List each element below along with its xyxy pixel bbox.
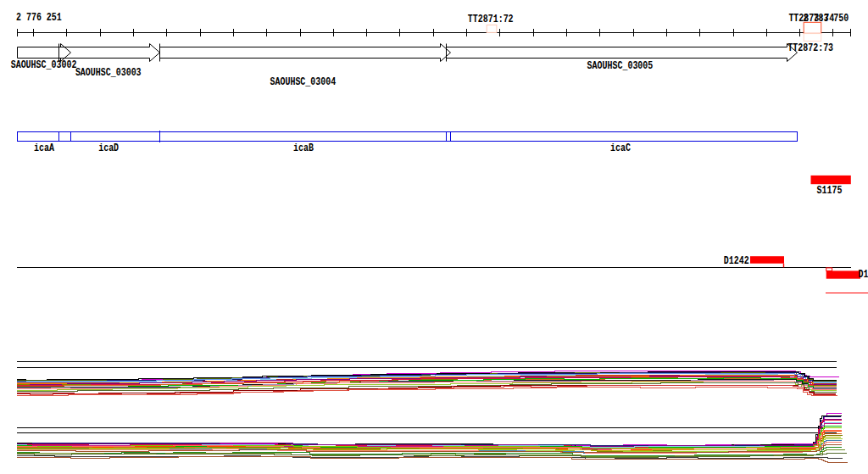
- svg-text:2 776 251: 2 776 251: [16, 12, 62, 24]
- svg-text:SAOUHSC_03005: SAOUHSC_03005: [587, 60, 654, 72]
- svg-text:SAOUHSC_03004: SAOUHSC_03004: [270, 76, 337, 88]
- svg-text:S1175: S1175: [817, 185, 843, 197]
- svg-text:icaC: icaC: [610, 142, 631, 154]
- svg-text:TT2871:72: TT2871:72: [468, 14, 514, 25]
- svg-text:2 783 750: 2 783 750: [804, 13, 849, 25]
- svg-text:D1242: D1242: [724, 255, 749, 267]
- svg-text:D1243: D1243: [859, 269, 868, 281]
- svg-text:SAOUHSC_03003: SAOUHSC_03003: [75, 67, 142, 79]
- svg-text:icaB: icaB: [293, 142, 314, 154]
- svg-text:SAOUHSC_03002: SAOUHSC_03002: [11, 59, 77, 71]
- svg-text:TT2872:73: TT2872:73: [787, 42, 833, 54]
- svg-text:icaD: icaD: [98, 142, 119, 154]
- svg-text:icaA: icaA: [34, 142, 55, 154]
